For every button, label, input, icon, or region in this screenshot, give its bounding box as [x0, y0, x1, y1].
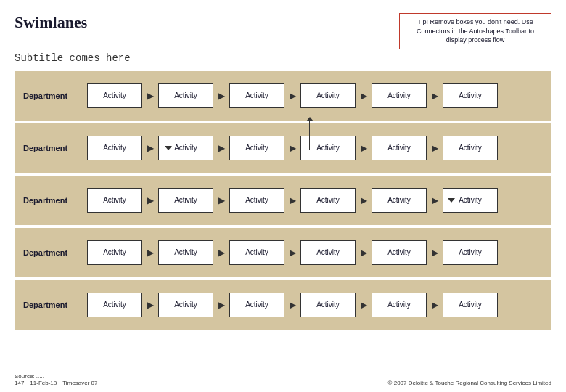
- arrow-up-lane2: [306, 117, 313, 121]
- arrow-right-4-5: ▶: [427, 248, 443, 258]
- lane-3: Department Activity ▶ Activity ▶ Activit…: [15, 176, 551, 225]
- connector-down-lane1: [168, 121, 168, 147]
- lane-label-1: Department: [15, 91, 87, 100]
- arrow-right-5-3: ▶: [284, 300, 300, 310]
- footer: Source: ..... 147 11-Feb-18 Timesaver 07…: [15, 373, 551, 386]
- lane5-activity-4[interactable]: Activity: [300, 293, 356, 317]
- lane1-activity-3[interactable]: Activity: [229, 83, 284, 108]
- arrow-right-4-1: ▶: [142, 248, 158, 258]
- footer-meta: 147 11-Feb-18 Timesaver 07: [15, 380, 97, 386]
- lane2-activity-1[interactable]: Activity: [87, 136, 142, 160]
- connector-up-lane2: [309, 121, 310, 150]
- lane-wrapper-5: Department Activity ▶ Activity ▶ Activit…: [15, 280, 551, 330]
- lane-3-activities: Activity ▶ Activity ▶ Activity ▶ Activit…: [87, 188, 551, 213]
- lane-1: Department Activity ▶ Activity ▶ Activit…: [15, 71, 551, 121]
- lane-4: Department Activity ▶ Activity ▶ Activit…: [15, 228, 551, 277]
- arrow-right-4-4: ▶: [356, 248, 372, 258]
- lane5-activity-1[interactable]: Activity: [87, 293, 142, 317]
- lane-wrapper-1: Department Activity ▶ Activity ▶ Activit…: [15, 71, 551, 121]
- lane-wrapper-3: Department Activity ▶ Activity ▶ Activit…: [15, 176, 551, 225]
- arrow-right-5-1: ▶: [142, 300, 158, 310]
- lane1-activity-6[interactable]: Activity: [443, 83, 498, 108]
- arrow-right-1-1: ▶: [142, 91, 158, 101]
- lane2-activity-3[interactable]: Activity: [229, 136, 284, 160]
- arrow-right-5-2: ▶: [213, 300, 229, 310]
- arrow-right-4-3: ▶: [284, 248, 300, 258]
- lane3-activity-5[interactable]: Activity: [372, 188, 427, 213]
- lane1-activity-4[interactable]: Activity: [300, 83, 356, 108]
- lane-label-4: Department: [15, 248, 87, 257]
- footer-date: 11-Feb-18: [30, 380, 57, 386]
- header-row: Swimlanes Tip! Remove boxes you don't ne…: [15, 13, 551, 49]
- lane2-activity-6[interactable]: Activity: [443, 136, 498, 160]
- lane4-activity-6[interactable]: Activity: [443, 240, 498, 265]
- lane2-activity-5[interactable]: Activity: [372, 136, 427, 160]
- arrow-right-1-2: ▶: [213, 91, 229, 101]
- lane-wrapper-4: Department Activity ▶ Activity ▶ Activit…: [15, 228, 551, 277]
- lane4-activity-4[interactable]: Activity: [300, 240, 356, 265]
- arrow-right-3-1: ▶: [142, 195, 158, 205]
- arrow-right-2-3: ▶: [284, 143, 300, 153]
- footer-left: Source: ..... 147 11-Feb-18 Timesaver 07: [15, 373, 97, 386]
- lane-2-activities: Activity ▶ Activity ▶ Activity ▶ Activit…: [87, 136, 551, 160]
- lane1-activity-1[interactable]: Activity: [87, 83, 142, 108]
- lane-5: Department Activity ▶ Activity ▶ Activit…: [15, 280, 551, 330]
- lane4-activity-5[interactable]: Activity: [372, 240, 427, 265]
- lane-wrapper-2: Department Activity ▶ Activity ▶ Activit…: [15, 123, 551, 173]
- lane1-activity-5[interactable]: Activity: [372, 83, 427, 108]
- footer-source: Source: .....: [15, 373, 97, 380]
- lane3-activity-1[interactable]: Activity: [87, 188, 142, 213]
- lane-label-3: Department: [15, 196, 87, 205]
- arrow-right-5-5: ▶: [427, 300, 443, 310]
- lane-4-activities: Activity ▶ Activity ▶ Activity ▶ Activit…: [87, 240, 551, 265]
- lane-label-5: Department: [15, 301, 87, 309]
- arrow-right-3-3: ▶: [284, 195, 300, 205]
- lane-2: Department Activity ▶ Activity ▶ Activit…: [15, 123, 551, 173]
- arrow-right-1-4: ▶: [356, 91, 372, 101]
- swimlanes-container: Department Activity ▶ Activity ▶ Activit…: [15, 71, 551, 330]
- lane5-activity-6[interactable]: Activity: [443, 293, 498, 317]
- page-container: Swimlanes Tip! Remove boxes you don't ne…: [0, 0, 566, 392]
- arrow-right-1-3: ▶: [284, 91, 300, 101]
- page-title: Swimlanes: [15, 13, 87, 32]
- arrow-right-1-5: ▶: [427, 91, 443, 101]
- arrow-right-5-4: ▶: [356, 300, 372, 310]
- arrow-right-2-1: ▶: [142, 143, 158, 153]
- footer-copyright: © 2007 Deloitte & Touche Regional Consul…: [388, 380, 551, 386]
- arrow-right-2-2: ▶: [213, 143, 229, 153]
- subtitle: Subtitle comes here: [15, 52, 551, 64]
- arrow-right-2-4: ▶: [356, 143, 372, 153]
- lane1-activity-2[interactable]: Activity: [158, 83, 213, 108]
- arrow-right-3-2: ▶: [213, 195, 229, 205]
- arrow-right-3-4: ▶: [356, 195, 372, 205]
- footer-page: 147: [15, 380, 24, 386]
- lane3-activity-3[interactable]: Activity: [229, 188, 284, 213]
- lane4-activity-1[interactable]: Activity: [87, 240, 142, 265]
- lane-1-activities: Activity ▶ Activity ▶ Activity ▶ Activit…: [87, 83, 551, 108]
- arrow-down-lane2b: [448, 198, 455, 203]
- arrow-right-3-5: ▶: [427, 195, 443, 205]
- arrow-right-4-2: ▶: [213, 248, 229, 258]
- lane5-activity-3[interactable]: Activity: [229, 293, 284, 317]
- arrow-down-lane1: [165, 146, 172, 150]
- lane4-activity-2[interactable]: Activity: [158, 240, 213, 265]
- tip-box: Tip! Remove boxes you don't need. Use Co…: [399, 13, 551, 49]
- arrow-right-2-5: ▶: [427, 143, 443, 153]
- lane5-activity-5[interactable]: Activity: [372, 293, 427, 317]
- lane4-activity-3[interactable]: Activity: [229, 240, 284, 265]
- lane-5-activities: Activity ▶ Activity ▶ Activity ▶ Activit…: [87, 293, 551, 317]
- connector-down-lane2: [451, 173, 451, 199]
- lane3-activity-2[interactable]: Activity: [158, 188, 213, 213]
- footer-timesaver: Timesaver 07: [62, 380, 97, 386]
- lane-label-2: Department: [15, 144, 87, 152]
- lane3-activity-4[interactable]: Activity: [300, 188, 356, 213]
- lane5-activity-2[interactable]: Activity: [158, 293, 213, 317]
